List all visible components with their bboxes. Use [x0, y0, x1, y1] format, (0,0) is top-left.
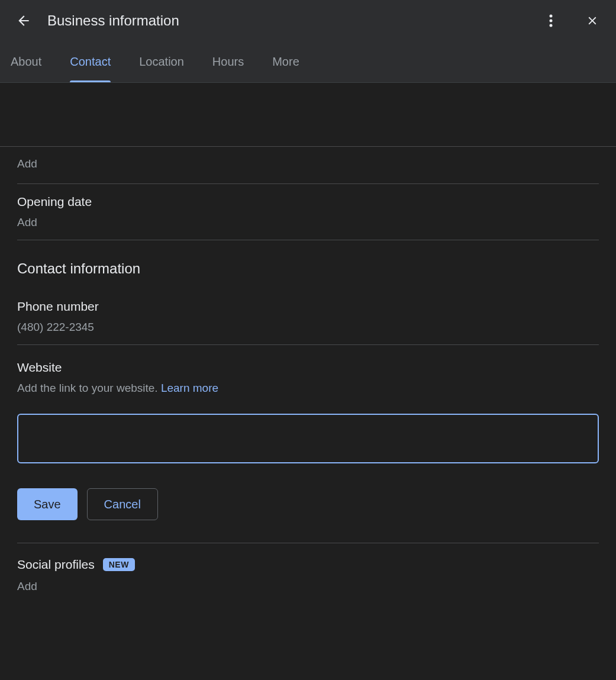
unknown-field-row[interactable]: Add [17, 147, 599, 184]
svg-point-0 [550, 15, 553, 18]
content-area: Add Opening date Add Contact information… [0, 147, 616, 593]
tab-contact[interactable]: Contact [70, 41, 111, 82]
website-section: Website Add the link to your website. Le… [17, 345, 599, 463]
opening-date-value: Add [17, 216, 599, 229]
website-title: Website [17, 360, 599, 375]
svg-point-2 [550, 24, 553, 27]
save-button[interactable]: Save [17, 488, 78, 520]
tab-more[interactable]: More [272, 41, 299, 82]
dialog-header: Business information [0, 0, 616, 41]
back-button[interactable] [12, 9, 36, 33]
tabs-bar: About Contact Location Hours More [0, 41, 616, 83]
more-vert-icon [549, 14, 553, 28]
close-icon [586, 14, 599, 27]
phone-title: Phone number [17, 299, 599, 314]
contact-info-heading: Contact information [17, 260, 599, 277]
social-value: Add [17, 580, 599, 593]
more-options-button[interactable] [539, 9, 563, 33]
website-desc-text: Add the link to your website. [17, 382, 161, 394]
tab-hours[interactable]: Hours [212, 41, 244, 82]
content-spacer [0, 83, 616, 147]
cancel-button[interactable]: Cancel [87, 488, 158, 520]
svg-point-1 [550, 20, 553, 22]
learn-more-link[interactable]: Learn more [161, 382, 218, 394]
tab-location[interactable]: Location [139, 41, 184, 82]
add-label: Add [17, 157, 599, 170]
phone-value: (480) 222-2345 [17, 321, 599, 334]
social-title: Social profiles [17, 557, 95, 572]
website-desc: Add the link to your website. Learn more [17, 382, 599, 395]
website-input[interactable] [17, 414, 599, 463]
social-profiles-row[interactable]: Social profiles NEW Add [17, 543, 599, 593]
opening-date-title: Opening date [17, 195, 599, 209]
opening-date-row[interactable]: Opening date Add [17, 184, 599, 240]
phone-row[interactable]: Phone number (480) 222-2345 [17, 283, 599, 345]
new-badge: NEW [103, 558, 135, 571]
arrow-back-icon [16, 13, 31, 28]
button-row: Save Cancel [17, 488, 599, 543]
page-title: Business information [47, 12, 179, 29]
tab-about[interactable]: About [11, 41, 41, 82]
close-button[interactable] [580, 9, 604, 33]
